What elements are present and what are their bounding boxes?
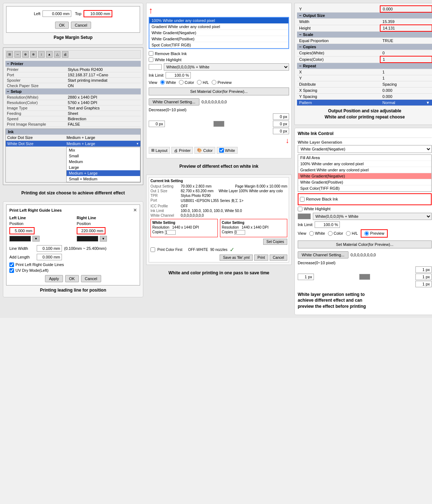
wic-remove-black-checkbox[interactable] <box>300 197 305 202</box>
wic-view-color[interactable]: Color <box>328 231 343 236</box>
white-channel-button[interactable]: White Channel Setting... <box>149 98 199 105</box>
toolbar-icon-5[interactable]: ↕ <box>38 51 45 58</box>
checkmark-icon: ✓ <box>230 246 234 253</box>
list-item-1[interactable]: Gradient White under any colored pixel <box>149 24 288 30</box>
right-color-button[interactable]: ▼ <box>100 236 107 242</box>
wic-dropdown[interactable]: White Gradient(Negative) <box>298 145 432 153</box>
wic-view-preview[interactable]: Preview <box>364 231 384 236</box>
left-color-button[interactable]: ▼ <box>32 236 40 242</box>
list-item-0[interactable]: 100% White under any colored pixel <box>149 18 288 24</box>
white-dot-dropdown-arrow[interactable]: ▼ <box>136 142 139 145</box>
pattern-dropdown-arrow[interactable]: ▼ <box>426 100 430 105</box>
ink-section: Ink Color Dot Size Medium + Large White … <box>5 129 141 183</box>
white-dot-size-row[interactable]: White Dot Size Medium + Large ▼ <box>6 141 140 147</box>
wic-set-material-button[interactable]: Set Material Color(for Preview)... <box>298 240 432 248</box>
wic-list-item-4[interactable]: White Gradient(Positive) <box>298 179 431 185</box>
tab-color[interactable]: 🎨 Color <box>194 147 215 154</box>
line-width-input[interactable] <box>37 245 62 252</box>
margin-cancel-button[interactable]: Cancel <box>71 22 91 29</box>
decrease-left[interactable] <box>149 121 165 127</box>
dropdown-medium-large[interactable]: Medium + Large <box>67 170 140 176</box>
dropdown-small-medium[interactable]: Small + Medium <box>67 176 140 182</box>
decrease-right[interactable] <box>273 121 289 127</box>
toolbar-icon-2[interactable]: ↔ <box>14 51 21 58</box>
wic-list-item-1[interactable]: 100% White under any colored pixel <box>298 161 431 167</box>
color-dot-size-row[interactable]: Color Dot Size Medium + Large <box>6 135 140 141</box>
list-item-4[interactable]: Spot Color(TIFF RGB) <box>149 42 288 48</box>
ink-limit-input[interactable] <box>166 72 191 78</box>
wic-white-channel-button[interactable]: White Channel Setting... <box>298 251 348 258</box>
tab-white[interactable]: White <box>217 147 238 154</box>
toolbar-icon-8[interactable]: 🖨 <box>62 51 68 58</box>
wic-decrease-right[interactable] <box>415 274 432 280</box>
toolbar-icon-4[interactable]: ⊗ <box>30 51 37 58</box>
toolbar-icon-6[interactable]: ▲ <box>46 51 53 58</box>
add-length-input[interactable] <box>37 254 62 260</box>
save-as-button[interactable]: Save as 'file'.yml <box>220 255 253 261</box>
wic-view-white[interactable]: White <box>309 231 325 236</box>
guide-cancel-button[interactable]: Cancel <box>81 275 101 282</box>
view-white-option[interactable]: White <box>160 80 176 85</box>
remove-black-checkbox[interactable] <box>149 51 153 56</box>
section-repeat: −Repeat <box>297 63 432 69</box>
decrease-top[interactable] <box>273 113 289 120</box>
right-position-input[interactable] <box>77 227 105 234</box>
repeat-x-value: 1 <box>380 69 432 75</box>
wic-decrease-left[interactable] <box>298 274 314 280</box>
pp-cancel-button[interactable]: Cancel <box>270 255 287 261</box>
wic-decrease-bottom[interactable] <box>415 281 432 287</box>
tab-layout[interactable]: ⊞ Layout <box>149 147 170 154</box>
set-copies-button[interactable]: Set Copies <box>263 239 287 245</box>
uv-dry-checkbox[interactable] <box>9 268 14 273</box>
wic-white-highlight-checkbox[interactable] <box>298 207 302 211</box>
wic-view-hl[interactable]: H/L <box>346 231 358 236</box>
set-material-button[interactable]: Set Material Color(for Preview)... <box>149 87 289 95</box>
dropdown-large[interactable]: Large <box>67 165 140 170</box>
view-preview-option[interactable]: Preview <box>212 80 231 85</box>
white-dropdown-select[interactable]: White(0,0,0,0)% + White <box>164 63 289 71</box>
top-input[interactable] <box>84 10 112 17</box>
wic-list-item-3[interactable]: White Gradient(Negative) <box>298 173 431 179</box>
guide-close-button[interactable]: ✕ <box>133 208 137 213</box>
toolbar-icon-1[interactable]: ⊞ <box>6 51 13 58</box>
white-highlight-checkbox[interactable] <box>149 57 153 62</box>
color-copies-input[interactable] <box>234 230 245 235</box>
prop-value-printer: Stylus Photo R2400 <box>66 67 141 72</box>
wic-white-dropdown[interactable]: White(0,0,0,0)% + White <box>313 213 432 220</box>
copies-white-row: Copies(White) 0 <box>297 50 432 57</box>
dropdown-medium[interactable]: Medium <box>67 159 140 165</box>
pp-row-whitechan: White Channel 0,0,0,0,0,0,0,0 <box>150 213 287 217</box>
list-item-3[interactable]: White Gradient(Positive) <box>149 36 288 42</box>
wic-list-item-0[interactable]: Fill All Area <box>298 155 431 161</box>
print-guide-checkbox[interactable] <box>9 262 14 267</box>
pattern-label: Pattern <box>297 100 380 106</box>
margin-ok-button[interactable]: OK <box>55 22 69 29</box>
dropdown-small[interactable]: Small <box>67 153 140 159</box>
tab-printer[interactable]: 🖨 Printer <box>171 147 193 154</box>
wic-list-item-2[interactable]: Gradient White under any colored pixel <box>298 167 431 173</box>
pass-caption: White and color printing in one pass to … <box>146 268 292 278</box>
print-button[interactable]: Print <box>254 255 268 261</box>
print-color-first-checkbox[interactable] <box>150 247 155 252</box>
list-item-2[interactable]: White Gradient(Negative) <box>149 30 288 36</box>
left-position-input[interactable] <box>9 227 35 234</box>
wic-ink-limit-input[interactable] <box>315 221 340 228</box>
toolbar-icon-3[interactable]: ⊕ <box>22 51 29 58</box>
decrease-bottom[interactable] <box>273 128 289 134</box>
prop-label-rescolor: Resolution(Color) <box>5 100 66 105</box>
dropdown-mix[interactable]: Mix <box>67 147 140 153</box>
wic-caption: White layer generation setting to achiev… <box>298 289 432 312</box>
view-hl-option[interactable]: H/L <box>197 80 209 85</box>
left-input[interactable] <box>42 10 71 17</box>
view-color-option[interactable]: Color <box>179 80 194 85</box>
page-margin-pair: Page Margin 8.000 x 10.000 mm <box>235 184 287 188</box>
prop-value-speed: Bidirection <box>66 116 141 122</box>
print-color-first-label: Print Color First <box>157 248 182 252</box>
wic-list-item-5[interactable]: Spot Color(TIFF RGB) <box>298 185 431 192</box>
wic-decrease-top[interactable] <box>415 266 432 273</box>
toolbar-icon-7[interactable]: △ <box>54 51 60 58</box>
guide-apply-button[interactable]: Apply <box>45 275 63 282</box>
white-copies-input[interactable] <box>165 230 176 235</box>
prop-value-imagetype: Text and Graphics <box>66 105 141 111</box>
guide-ok-button[interactable]: OK <box>65 275 79 282</box>
